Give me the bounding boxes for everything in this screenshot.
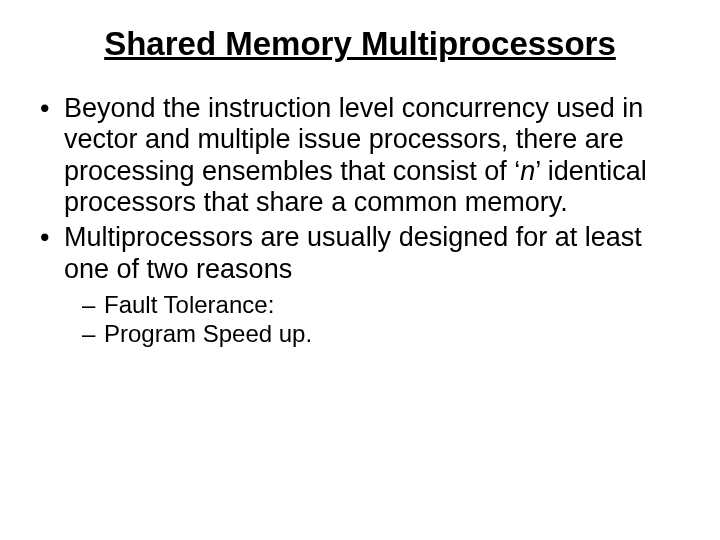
- bullet-text-em: n: [520, 156, 535, 186]
- bullet-list: Beyond the instruction level concurrency…: [36, 93, 690, 348]
- sub-list: Fault Tolerance: Program Speed up.: [82, 291, 690, 349]
- slide-title: Shared Memory Multiprocessors: [30, 25, 690, 63]
- sub-list-item: Fault Tolerance:: [82, 291, 690, 320]
- bullet-text: Multiprocessors are usually designed for…: [64, 222, 642, 283]
- sub-list-item: Program Speed up.: [82, 320, 690, 349]
- list-item: Multiprocessors are usually designed for…: [36, 222, 690, 348]
- list-item: Beyond the instruction level concurrency…: [36, 93, 690, 218]
- slide: Shared Memory Multiprocessors Beyond the…: [0, 0, 720, 540]
